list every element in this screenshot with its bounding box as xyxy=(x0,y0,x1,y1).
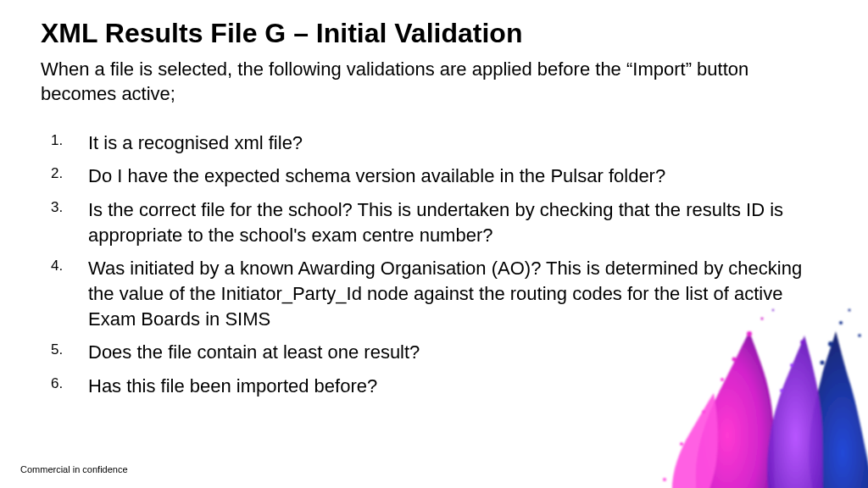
slide: XML Results File G – Initial Validation … xyxy=(0,0,868,488)
footer-note: Commercial in confidence xyxy=(20,464,128,474)
slide-title: XML Results File G – Initial Validation xyxy=(41,17,827,49)
list-item: It is a recognised xml file? xyxy=(41,130,827,156)
list-item: Was initiated by a known Awarding Organi… xyxy=(41,256,827,331)
list-item: Do I have the expected schema version av… xyxy=(41,164,827,189)
list-item: Is the correct file for the school? This… xyxy=(41,197,827,247)
validation-list: It is a recognised xml file? Do I have t… xyxy=(41,130,827,399)
intro-paragraph: When a file is selected, the following v… xyxy=(41,58,827,106)
list-item: Does the file contain at least one resul… xyxy=(41,340,827,365)
list-item: Has this file been imported before? xyxy=(41,374,827,399)
